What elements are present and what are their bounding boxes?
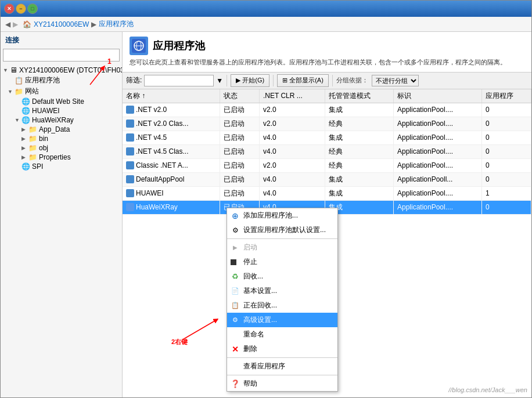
sidebar-item-defaultweb[interactable]: ▶ 🌐 Default Web Site bbox=[3, 97, 120, 106]
default-web-label: Default Web Site bbox=[32, 97, 84, 106]
cell-name: Classic .NET A... bbox=[123, 158, 220, 172]
expand-icon-obj: ▶ bbox=[21, 145, 28, 151]
ctx-rename-label: 重命名 bbox=[243, 330, 264, 339]
group-select[interactable]: 不进行分组 bbox=[372, 75, 419, 86]
bin-label: bin bbox=[39, 135, 48, 143]
ctx-stop[interactable]: 停止 bbox=[227, 255, 337, 269]
huawei-icon: 🌐 bbox=[21, 107, 30, 115]
ctx-rename[interactable]: 重命名 bbox=[227, 327, 337, 342]
sidebar-search[interactable] bbox=[3, 49, 120, 61]
cell-identity: ApplicationPool.... bbox=[393, 186, 481, 200]
expand-icon-prop: ▶ bbox=[21, 154, 28, 160]
ctx-start-label: 启动 bbox=[243, 243, 257, 252]
ctx-view-apps[interactable]: 查看应用程序 bbox=[227, 359, 337, 374]
cell-clr: v4.0 bbox=[259, 186, 325, 200]
cell-apps: 1 bbox=[481, 186, 531, 200]
table-row[interactable]: .NET v4.5 已启动 v4.0 集成 ApplicationPool...… bbox=[123, 131, 531, 144]
cell-name: .NET v2.0 Clas... bbox=[123, 117, 220, 131]
play-icon: ▶ bbox=[236, 77, 240, 84]
ctx-stop-label: 停止 bbox=[243, 257, 257, 267]
ctx-advanced-label: 高级设置... bbox=[243, 315, 277, 325]
sidebar-item-apppools[interactable]: ▶ 📋 应用程序池 bbox=[3, 75, 120, 86]
ctx-basic[interactable]: 📄 基本设置... bbox=[227, 284, 337, 298]
cell-name: .NET v4.5 bbox=[123, 131, 220, 144]
filter-input[interactable] bbox=[144, 75, 214, 86]
ctx-delete[interactable]: ✕ 删除 bbox=[227, 342, 337, 356]
table-row[interactable]: DefaultAppPool 已启动 v4.0 集成 ApplicationPo… bbox=[123, 172, 531, 186]
col-name[interactable]: 名称 ↑ bbox=[123, 89, 220, 103]
back-button[interactable]: ◀ bbox=[5, 20, 10, 28]
cell-identity: ApplicationPool.... bbox=[393, 131, 481, 144]
show-all-button[interactable]: ⊞ 全部显示(A) bbox=[277, 74, 329, 87]
panel-title: 应用程序池 bbox=[153, 39, 205, 53]
filter-label: 筛选: bbox=[126, 75, 142, 85]
table-row[interactable]: HUAWEI 已启动 v4.0 集成 ApplicationPool.... 1 bbox=[123, 186, 531, 200]
sidebar-item-spi[interactable]: ▶ 🌐 SPI bbox=[3, 162, 120, 171]
start-button[interactable]: ▶ 开始(G) bbox=[231, 74, 269, 87]
table-row[interactable]: .NET v4.5 Clas... 已启动 v4.0 经典 Applicatio… bbox=[123, 144, 531, 158]
sidebar-title: 连接 bbox=[3, 34, 120, 46]
col-pipeline[interactable]: 托管管道模式 bbox=[325, 89, 393, 103]
table-body: .NET v2.0 已启动 v2.0 集成 ApplicationPool...… bbox=[123, 103, 531, 214]
cell-name: DefaultAppPool bbox=[123, 172, 220, 186]
cell-identity: ApplicationPool.... bbox=[393, 158, 481, 172]
recycle-icon: ♻ bbox=[231, 272, 240, 281]
huawei-label: HUAWEI bbox=[32, 107, 60, 115]
cell-clr: v4.0 bbox=[259, 172, 325, 186]
cell-apps: 0 bbox=[481, 131, 531, 144]
ctx-help[interactable]: ❓ 帮助 bbox=[227, 377, 337, 391]
ctx-defaults-label: 设置应用程序池默认设置... bbox=[243, 225, 326, 235]
sidebar-item-sites[interactable]: ▼ 📁 网站 bbox=[3, 86, 120, 97]
maximize-button[interactable]: □ bbox=[27, 3, 38, 14]
forward-button[interactable]: ▶ bbox=[13, 20, 18, 28]
table-row[interactable]: .NET v2.0 Clas... 已启动 v2.0 经典 Applicatio… bbox=[123, 117, 531, 131]
cell-clr: v2.0 bbox=[259, 103, 325, 117]
view-apps-icon bbox=[231, 362, 240, 371]
ctx-sep-1 bbox=[227, 238, 337, 239]
ctx-sep-2 bbox=[227, 357, 337, 358]
sidebar-item-bin[interactable]: ▶ 📁 bin bbox=[3, 134, 120, 143]
group-label: 分组依据： bbox=[336, 76, 368, 85]
appdata-icon: 📁 bbox=[28, 125, 37, 133]
advanced-icon: ⚙ bbox=[231, 316, 240, 325]
col-identity[interactable]: 标识 bbox=[393, 89, 481, 103]
pool-icon bbox=[126, 147, 134, 155]
main-window: ✕ − □ ◀ ▶ 🏠 XY214100006EW ▶ 应用程序池 连接 ▼ 🖥… bbox=[0, 0, 532, 398]
filter-dropdown-icon[interactable]: ▼ bbox=[216, 77, 223, 85]
ctx-advanced[interactable]: ⚙ 高级设置... bbox=[227, 313, 337, 327]
ctx-add-app-pool[interactable]: ⊕ 添加应用程序池... bbox=[227, 208, 337, 223]
pool-icon bbox=[126, 189, 134, 197]
sidebar-item-appdata[interactable]: ▶ 📁 App_Data bbox=[3, 125, 120, 134]
sidebar-item-properties[interactable]: ▶ 📁 Properties bbox=[3, 153, 120, 162]
cell-pipeline: 集成 bbox=[325, 131, 393, 144]
ctx-set-defaults[interactable]: ⚙ 设置应用程序池默认设置... bbox=[227, 223, 337, 237]
cell-status: 已启动 bbox=[220, 131, 259, 144]
breadcrumb-server[interactable]: XY214100006EW bbox=[34, 20, 89, 28]
col-apps[interactable]: 应用程序 bbox=[481, 89, 531, 103]
ctx-recycling-label: 正在回收... bbox=[243, 301, 277, 310]
cell-apps: 0 bbox=[481, 200, 531, 214]
minimize-button[interactable]: − bbox=[16, 3, 26, 14]
expand-icon-bin: ▶ bbox=[21, 136, 28, 142]
pool-icon bbox=[126, 203, 134, 211]
ctx-start: ▶ 启动 bbox=[227, 240, 337, 255]
sidebar-item-server[interactable]: ▼ 🖥 XY214100006EW (DTCT01\FH03509) bbox=[3, 65, 120, 75]
table-row[interactable]: .NET v2.0 已启动 v2.0 集成 ApplicationPool...… bbox=[123, 103, 531, 117]
toolbar: 筛选: ▼ ▶ 开始(G) ⊞ 全部显示(A) 分组依据： 不进行分组 bbox=[123, 73, 531, 89]
col-status[interactable]: 状态 bbox=[220, 89, 259, 103]
close-button[interactable]: ✕ bbox=[4, 3, 15, 14]
window-controls: ✕ − □ bbox=[4, 3, 38, 14]
sidebar-item-huaweixray[interactable]: ▼ 🌐 HuaWeiXRay bbox=[3, 115, 120, 125]
table-row[interactable]: Classic .NET A... 已启动 v2.0 经典 Applicatio… bbox=[123, 158, 531, 172]
breadcrumb-pools[interactable]: 应用程序池 bbox=[99, 19, 134, 29]
pool-icon bbox=[126, 175, 134, 183]
sidebar-item-obj[interactable]: ▶ 📁 obj bbox=[3, 143, 120, 153]
properties-label: Properties bbox=[39, 153, 71, 161]
title-bar: ✕ − □ bbox=[1, 1, 531, 17]
ctx-recycling[interactable]: 📋 正在回收... bbox=[227, 298, 337, 313]
sidebar-item-huawei[interactable]: ▶ 🌐 HUAWEI bbox=[3, 106, 120, 115]
pools-icon: 📋 bbox=[15, 77, 23, 85]
col-clr[interactable]: .NET CLR ... bbox=[259, 89, 325, 103]
sites-icon: 📁 bbox=[15, 88, 23, 96]
ctx-recycle[interactable]: ♻ 回收... bbox=[227, 269, 337, 284]
